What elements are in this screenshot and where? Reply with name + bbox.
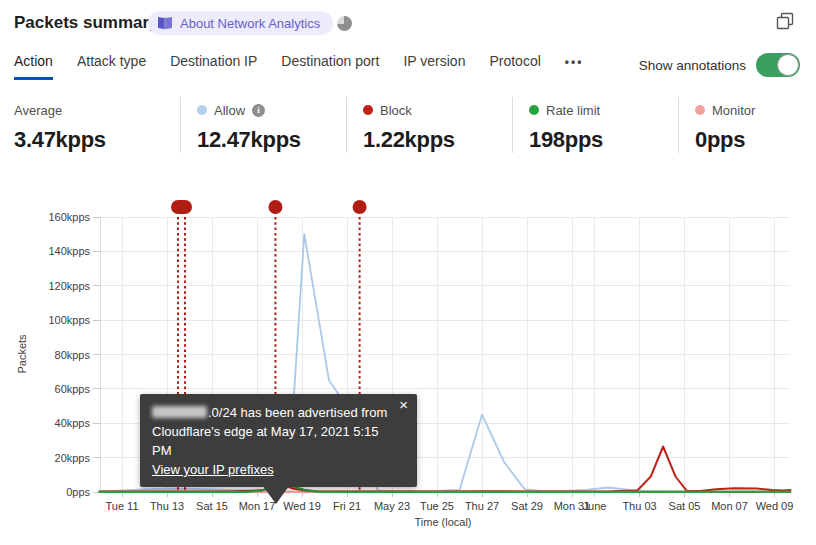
y-tick-label: 80kpps: [55, 349, 91, 361]
y-tick-label: 60kpps: [55, 383, 91, 395]
annotation-tooltip: × .0/24 has been advertised from Cloudfl…: [140, 394, 417, 487]
stat-value: 198pps: [529, 127, 678, 153]
annotation-marker[interactable]: [171, 200, 192, 214]
x-tick-label: Mon 07: [711, 500, 748, 512]
tab-action[interactable]: Action: [14, 53, 53, 80]
allow-legend-dot: [197, 105, 207, 115]
x-tick-label: Sat 05: [669, 500, 701, 512]
view-ip-prefixes-link[interactable]: View your IP prefixes: [152, 462, 274, 477]
stat-average: Average3.47kpps: [14, 97, 180, 153]
packets-chart: 0pps20kpps40kpps60kpps80kpps100kpps120kp…: [0, 190, 816, 545]
redacted-ip-prefix: [152, 406, 207, 418]
dimension-tabs: ActionAttack typeDestination IPDestinati…: [14, 53, 583, 80]
stat-label: Monitor: [712, 103, 755, 118]
badge-label: About Network Analytics: [180, 16, 320, 31]
y-tick-label: 100kpps: [48, 314, 90, 326]
y-tick-label: 40kpps: [55, 417, 91, 429]
stat-monitor: Monitor0pps: [678, 97, 816, 153]
annotation-marker[interactable]: [353, 200, 367, 214]
x-tick-label: Sat 15: [196, 500, 228, 512]
tab-more[interactable]: •••: [565, 53, 584, 80]
tooltip-caret: [263, 486, 289, 504]
x-tick-label: Thu 27: [465, 500, 499, 512]
x-tick-label: Wed 09: [756, 500, 794, 512]
tab-protocol[interactable]: Protocol: [489, 53, 540, 80]
monitor-legend-dot: [695, 105, 705, 115]
stat-value: 12.47kpps: [197, 127, 346, 153]
stat-rate-limit: Rate limit198pps: [512, 97, 678, 153]
show-annotations-toggle[interactable]: [756, 53, 800, 77]
y-tick-label: 160kpps: [48, 211, 90, 223]
info-icon[interactable]: i: [252, 104, 265, 117]
about-network-analytics-badge[interactable]: About Network Analytics: [148, 11, 333, 35]
pie-chart-icon[interactable]: [337, 16, 352, 31]
x-tick-label: May 23: [374, 500, 410, 512]
x-axis-title: Time (local): [414, 516, 471, 528]
stat-value: 0pps: [695, 127, 816, 153]
y-axis-title: Packets: [16, 334, 28, 374]
stat-allow: Allowi12.47kpps: [180, 97, 346, 153]
y-tick-label: 0pps: [66, 486, 90, 498]
stat-label: Allow: [214, 103, 245, 118]
toggle-knob: [777, 54, 799, 76]
stat-label: Rate limit: [546, 103, 600, 118]
x-tick-label: Tue 25: [420, 500, 454, 512]
x-tick-label: Tue 11: [105, 500, 138, 512]
duplicate-window-icon[interactable]: [776, 12, 794, 30]
stat-value: 3.47kpps: [14, 127, 180, 153]
stat-label: Average: [14, 103, 62, 118]
stat-block: Block1.22kpps: [346, 97, 512, 153]
x-tick-label: June: [583, 500, 607, 512]
y-tick-label: 140kpps: [48, 245, 90, 257]
y-tick-label: 20kpps: [55, 452, 91, 464]
page-title: Packets summary: [14, 13, 159, 33]
annotation-marker[interactable]: [268, 200, 282, 214]
tab-ip-version[interactable]: IP version: [403, 53, 465, 80]
show-annotations-control: Show annotations: [639, 53, 800, 77]
stats-row: Average3.47kppsAllowi12.47kppsBlock1.22k…: [14, 97, 816, 153]
x-tick-label: Thu 03: [622, 500, 656, 512]
tab-attack-type[interactable]: Attack type: [77, 53, 146, 80]
stat-label: Block: [380, 103, 412, 118]
tab-destination-port[interactable]: Destination port: [281, 53, 379, 80]
x-tick-label: Thu 13: [150, 500, 184, 512]
book-icon: [157, 16, 173, 30]
tooltip-close-icon[interactable]: ×: [399, 397, 408, 413]
tab-destination-ip[interactable]: Destination IP: [170, 53, 257, 80]
show-annotations-label: Show annotations: [639, 58, 746, 73]
y-tick-label: 120kpps: [48, 280, 90, 292]
x-tick-label: Fri 21: [333, 500, 361, 512]
rate-limit-legend-dot: [529, 105, 539, 115]
packets-summary-panel: Packets summary About Network Analytics …: [0, 0, 816, 545]
block-legend-dot: [363, 105, 373, 115]
stat-value: 1.22kpps: [363, 127, 512, 153]
x-tick-label: Sat 29: [511, 500, 543, 512]
